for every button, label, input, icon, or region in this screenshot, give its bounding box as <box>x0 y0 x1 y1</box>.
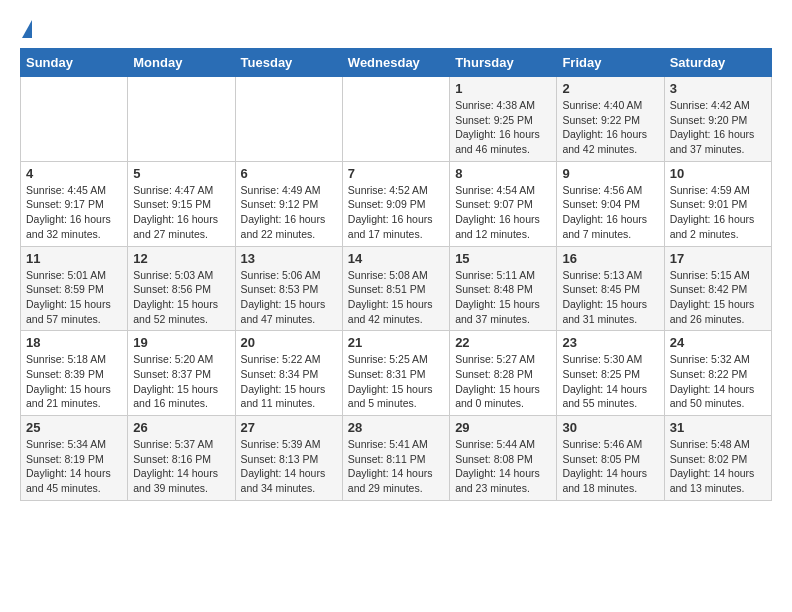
day-number: 5 <box>133 166 229 181</box>
day-number: 21 <box>348 335 444 350</box>
calendar-cell: 25Sunrise: 5:34 AM Sunset: 8:19 PM Dayli… <box>21 416 128 501</box>
day-info: Sunrise: 4:40 AM Sunset: 9:22 PM Dayligh… <box>562 98 658 157</box>
calendar-cell: 23Sunrise: 5:30 AM Sunset: 8:25 PM Dayli… <box>557 331 664 416</box>
day-number: 26 <box>133 420 229 435</box>
calendar-cell: 8Sunrise: 4:54 AM Sunset: 9:07 PM Daylig… <box>450 161 557 246</box>
day-info: Sunrise: 5:06 AM Sunset: 8:53 PM Dayligh… <box>241 268 337 327</box>
calendar-cell: 30Sunrise: 5:46 AM Sunset: 8:05 PM Dayli… <box>557 416 664 501</box>
day-info: Sunrise: 5:01 AM Sunset: 8:59 PM Dayligh… <box>26 268 122 327</box>
page-header <box>20 20 772 38</box>
day-number: 18 <box>26 335 122 350</box>
day-number: 3 <box>670 81 766 96</box>
day-number: 28 <box>348 420 444 435</box>
calendar-cell: 16Sunrise: 5:13 AM Sunset: 8:45 PM Dayli… <box>557 246 664 331</box>
day-number: 4 <box>26 166 122 181</box>
day-info: Sunrise: 5:34 AM Sunset: 8:19 PM Dayligh… <box>26 437 122 496</box>
calendar-table: SundayMondayTuesdayWednesdayThursdayFrid… <box>20 48 772 501</box>
day-number: 25 <box>26 420 122 435</box>
calendar-cell: 29Sunrise: 5:44 AM Sunset: 8:08 PM Dayli… <box>450 416 557 501</box>
day-number: 13 <box>241 251 337 266</box>
day-number: 12 <box>133 251 229 266</box>
calendar-cell: 28Sunrise: 5:41 AM Sunset: 8:11 PM Dayli… <box>342 416 449 501</box>
day-info: Sunrise: 5:39 AM Sunset: 8:13 PM Dayligh… <box>241 437 337 496</box>
calendar-cell: 13Sunrise: 5:06 AM Sunset: 8:53 PM Dayli… <box>235 246 342 331</box>
calendar-cell: 21Sunrise: 5:25 AM Sunset: 8:31 PM Dayli… <box>342 331 449 416</box>
day-info: Sunrise: 4:38 AM Sunset: 9:25 PM Dayligh… <box>455 98 551 157</box>
day-info: Sunrise: 5:32 AM Sunset: 8:22 PM Dayligh… <box>670 352 766 411</box>
day-info: Sunrise: 5:30 AM Sunset: 8:25 PM Dayligh… <box>562 352 658 411</box>
day-info: Sunrise: 5:46 AM Sunset: 8:05 PM Dayligh… <box>562 437 658 496</box>
day-info: Sunrise: 5:44 AM Sunset: 8:08 PM Dayligh… <box>455 437 551 496</box>
day-info: Sunrise: 5:41 AM Sunset: 8:11 PM Dayligh… <box>348 437 444 496</box>
day-info: Sunrise: 4:49 AM Sunset: 9:12 PM Dayligh… <box>241 183 337 242</box>
day-number: 14 <box>348 251 444 266</box>
calendar-cell: 20Sunrise: 5:22 AM Sunset: 8:34 PM Dayli… <box>235 331 342 416</box>
calendar-cell: 3Sunrise: 4:42 AM Sunset: 9:20 PM Daylig… <box>664 77 771 162</box>
day-number: 29 <box>455 420 551 435</box>
day-number: 7 <box>348 166 444 181</box>
calendar-cell: 12Sunrise: 5:03 AM Sunset: 8:56 PM Dayli… <box>128 246 235 331</box>
calendar-cell: 5Sunrise: 4:47 AM Sunset: 9:15 PM Daylig… <box>128 161 235 246</box>
day-number: 10 <box>670 166 766 181</box>
day-number: 9 <box>562 166 658 181</box>
calendar-cell: 22Sunrise: 5:27 AM Sunset: 8:28 PM Dayli… <box>450 331 557 416</box>
weekday-header: Wednesday <box>342 49 449 77</box>
calendar-cell: 9Sunrise: 4:56 AM Sunset: 9:04 PM Daylig… <box>557 161 664 246</box>
day-info: Sunrise: 4:52 AM Sunset: 9:09 PM Dayligh… <box>348 183 444 242</box>
day-info: Sunrise: 5:48 AM Sunset: 8:02 PM Dayligh… <box>670 437 766 496</box>
day-info: Sunrise: 5:15 AM Sunset: 8:42 PM Dayligh… <box>670 268 766 327</box>
day-number: 27 <box>241 420 337 435</box>
day-number: 1 <box>455 81 551 96</box>
calendar-cell <box>235 77 342 162</box>
weekday-header: Monday <box>128 49 235 77</box>
day-number: 31 <box>670 420 766 435</box>
day-info: Sunrise: 5:22 AM Sunset: 8:34 PM Dayligh… <box>241 352 337 411</box>
day-info: Sunrise: 5:13 AM Sunset: 8:45 PM Dayligh… <box>562 268 658 327</box>
calendar-cell: 2Sunrise: 4:40 AM Sunset: 9:22 PM Daylig… <box>557 77 664 162</box>
day-info: Sunrise: 5:20 AM Sunset: 8:37 PM Dayligh… <box>133 352 229 411</box>
calendar-cell: 11Sunrise: 5:01 AM Sunset: 8:59 PM Dayli… <box>21 246 128 331</box>
calendar-cell <box>21 77 128 162</box>
calendar-cell <box>128 77 235 162</box>
calendar-header-row: SundayMondayTuesdayWednesdayThursdayFrid… <box>21 49 772 77</box>
weekday-header: Tuesday <box>235 49 342 77</box>
day-number: 24 <box>670 335 766 350</box>
day-info: Sunrise: 5:18 AM Sunset: 8:39 PM Dayligh… <box>26 352 122 411</box>
day-number: 15 <box>455 251 551 266</box>
day-number: 30 <box>562 420 658 435</box>
calendar-cell: 24Sunrise: 5:32 AM Sunset: 8:22 PM Dayli… <box>664 331 771 416</box>
day-info: Sunrise: 4:59 AM Sunset: 9:01 PM Dayligh… <box>670 183 766 242</box>
day-info: Sunrise: 4:56 AM Sunset: 9:04 PM Dayligh… <box>562 183 658 242</box>
day-info: Sunrise: 5:03 AM Sunset: 8:56 PM Dayligh… <box>133 268 229 327</box>
calendar-cell: 17Sunrise: 5:15 AM Sunset: 8:42 PM Dayli… <box>664 246 771 331</box>
calendar-cell: 6Sunrise: 4:49 AM Sunset: 9:12 PM Daylig… <box>235 161 342 246</box>
calendar-week-row: 18Sunrise: 5:18 AM Sunset: 8:39 PM Dayli… <box>21 331 772 416</box>
day-number: 8 <box>455 166 551 181</box>
day-info: Sunrise: 5:37 AM Sunset: 8:16 PM Dayligh… <box>133 437 229 496</box>
weekday-header: Friday <box>557 49 664 77</box>
day-number: 6 <box>241 166 337 181</box>
calendar-week-row: 25Sunrise: 5:34 AM Sunset: 8:19 PM Dayli… <box>21 416 772 501</box>
calendar-week-row: 1Sunrise: 4:38 AM Sunset: 9:25 PM Daylig… <box>21 77 772 162</box>
day-info: Sunrise: 5:11 AM Sunset: 8:48 PM Dayligh… <box>455 268 551 327</box>
day-number: 22 <box>455 335 551 350</box>
day-info: Sunrise: 4:54 AM Sunset: 9:07 PM Dayligh… <box>455 183 551 242</box>
weekday-header: Saturday <box>664 49 771 77</box>
calendar-cell: 26Sunrise: 5:37 AM Sunset: 8:16 PM Dayli… <box>128 416 235 501</box>
day-info: Sunrise: 5:25 AM Sunset: 8:31 PM Dayligh… <box>348 352 444 411</box>
calendar-cell: 19Sunrise: 5:20 AM Sunset: 8:37 PM Dayli… <box>128 331 235 416</box>
weekday-header: Sunday <box>21 49 128 77</box>
calendar-cell: 10Sunrise: 4:59 AM Sunset: 9:01 PM Dayli… <box>664 161 771 246</box>
day-number: 11 <box>26 251 122 266</box>
day-info: Sunrise: 5:27 AM Sunset: 8:28 PM Dayligh… <box>455 352 551 411</box>
day-info: Sunrise: 5:08 AM Sunset: 8:51 PM Dayligh… <box>348 268 444 327</box>
day-number: 19 <box>133 335 229 350</box>
logo <box>20 20 32 38</box>
day-number: 16 <box>562 251 658 266</box>
day-info: Sunrise: 4:47 AM Sunset: 9:15 PM Dayligh… <box>133 183 229 242</box>
calendar-cell: 31Sunrise: 5:48 AM Sunset: 8:02 PM Dayli… <box>664 416 771 501</box>
calendar-cell: 27Sunrise: 5:39 AM Sunset: 8:13 PM Dayli… <box>235 416 342 501</box>
weekday-header: Thursday <box>450 49 557 77</box>
logo-triangle-icon <box>22 20 32 38</box>
calendar-cell: 7Sunrise: 4:52 AM Sunset: 9:09 PM Daylig… <box>342 161 449 246</box>
